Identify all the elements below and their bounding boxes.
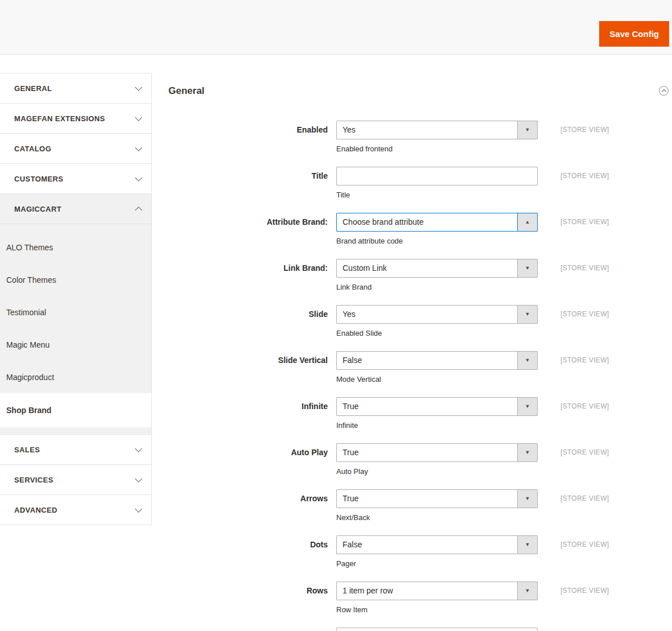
sidebar-section-label: SALES — [14, 446, 136, 454]
field-control-column — [336, 628, 538, 631]
sidebar-item-magic-menu[interactable]: Magic Menu — [0, 328, 151, 361]
field-note: Row Item — [336, 605, 538, 614]
select-rows[interactable]: 1 item per row▼ — [336, 581, 538, 600]
sidebar-section-label: MAGICCART — [14, 205, 136, 213]
field-control-column: Custom Link▼Link Brand — [336, 259, 538, 292]
select-infinite[interactable]: True▼ — [336, 397, 538, 416]
form-row-arrows: ArrowsTrue▼Next/Back[STORE VIEW] — [168, 489, 672, 522]
sidebar-item-label: Shop Brand — [6, 406, 51, 415]
select-value: True — [337, 490, 517, 508]
field-label: Rows — [168, 581, 328, 600]
sidebar-section-magiccart[interactable]: MAGICCART — [0, 194, 151, 224]
select-link-brand[interactable]: Custom Link▼ — [336, 259, 538, 278]
caret-down-icon: ▼ — [525, 496, 530, 501]
dropdown-arrow-button[interactable]: ▼ — [517, 444, 537, 461]
select-value: True — [337, 398, 517, 415]
sidebar-item-color-themes[interactable]: Color Themes — [0, 263, 151, 296]
sidebar-item-magicproduct[interactable]: Magicproduct — [0, 361, 151, 393]
field-label: Slide — [168, 305, 328, 324]
section-header: General — [168, 73, 672, 121]
scope-label: [STORE VIEW] — [560, 581, 609, 600]
select-slide-vertical[interactable]: False▼ — [336, 351, 538, 370]
config-page: Save Config GENERALMAGEFAN EXTENSIONSCAT… — [0, 0, 672, 631]
field-note: Brand attribute code — [336, 236, 538, 246]
scope-label: [STORE VIEW] — [560, 535, 609, 554]
chevron-down-icon — [135, 475, 142, 482]
select-enabled[interactable]: Yes▼ — [336, 121, 538, 139]
scope-label: [STORE VIEW] — [560, 351, 609, 370]
sidebar-item-label: Magicproduct — [6, 373, 54, 382]
field-label: Auto Play — [168, 443, 328, 462]
caret-down-icon: ▼ — [525, 542, 530, 547]
form-row-attribute-brand: Attribute Brand:Choose brand attribute▲B… — [168, 213, 672, 246]
save-config-button[interactable]: Save Config — [599, 21, 669, 47]
sidebar-section-catalog[interactable]: CATALOG — [0, 134, 151, 164]
sidebar-section-services[interactable]: SERVICES — [0, 465, 151, 495]
dropdown-arrow-button[interactable]: ▼ — [517, 536, 537, 554]
sidebar-item-label: ALO Themes — [6, 243, 53, 252]
select-slide[interactable]: Yes▼ — [336, 305, 538, 324]
scope-label: [STORE VIEW] — [560, 489, 609, 508]
select-value: False — [337, 352, 517, 369]
select-value: False — [337, 536, 517, 554]
dropdown-arrow-button[interactable]: ▼ — [517, 352, 537, 369]
form-row-auto-play: Auto PlayTrue▼Auto Play[STORE VIEW] — [168, 443, 672, 476]
field-label: Enabled — [168, 121, 328, 139]
sidebar-section-customers[interactable]: CUSTOMERS — [0, 164, 151, 194]
input-title — [336, 167, 538, 185]
text-field-title[interactable] — [337, 167, 537, 185]
dropdown-arrow-button[interactable]: ▼ — [517, 490, 537, 508]
form-row-link-brand: Link Brand:Custom Link▼Link Brand[STORE … — [168, 259, 672, 292]
chevron-down-icon — [135, 445, 142, 452]
field-control-column: Yes▼Enabled frontend — [336, 121, 538, 154]
sidebar-item-testimonial[interactable]: Testimonial — [0, 296, 151, 328]
main-panel: General EnabledYes▼Enabled frontend[STOR… — [168, 73, 672, 631]
dropdown-arrow-button[interactable]: ▲ — [517, 213, 537, 231]
dropdown-arrow-button[interactable]: ▼ — [517, 582, 537, 600]
field-label: Infinite — [168, 397, 328, 416]
scope-label: [STORE VIEW] — [560, 213, 609, 232]
chevron-down-icon — [135, 174, 142, 182]
sidebar-section-label: SERVICES — [14, 476, 136, 484]
select-value: Choose brand attribute — [337, 213, 517, 231]
text-field-partial-next[interactable] — [337, 628, 537, 631]
field-control-column: True▼Infinite — [336, 397, 538, 430]
sidebar-section-advanced[interactable]: ADVANCED — [0, 495, 151, 525]
sidebar-section-label: ADVANCED — [14, 506, 136, 514]
scope-label: [STORE VIEW] — [560, 259, 609, 278]
sidebar-section-general[interactable]: GENERAL — [0, 73, 151, 104]
form-row-infinite: InfiniteTrue▼Infinite[STORE VIEW] — [168, 397, 672, 430]
field-label: Arrows — [168, 489, 328, 508]
field-control-column: True▼Auto Play — [336, 443, 538, 476]
sidebar-section-sales[interactable]: SALES — [0, 435, 151, 465]
field-control-column: Yes▼Enabled Slide — [336, 305, 538, 338]
field-control-column: False▼Mode Vertical — [336, 351, 538, 384]
chevron-down-icon — [135, 144, 142, 151]
sidebar-section-magefan-extensions[interactable]: MAGEFAN EXTENSIONS — [0, 104, 151, 134]
select-value: Yes — [337, 306, 517, 323]
select-dots[interactable]: False▼ — [336, 535, 538, 554]
select-arrows[interactable]: True▼ — [336, 489, 538, 508]
caret-down-icon: ▼ — [525, 312, 530, 317]
caret-down-icon: ▼ — [525, 358, 530, 363]
form-row-enabled: EnabledYes▼Enabled frontend[STORE VIEW] — [168, 121, 672, 154]
chevron-up-icon — [135, 207, 142, 214]
dropdown-arrow-button[interactable]: ▼ — [517, 259, 537, 277]
select-auto-play[interactable]: True▼ — [336, 443, 538, 462]
dropdown-arrow-button[interactable]: ▼ — [517, 121, 537, 139]
chevron-up-icon — [661, 89, 666, 93]
chevron-down-icon — [135, 505, 142, 513]
sidebar-section-label: GENERAL — [14, 84, 136, 93]
caret-up-icon: ▲ — [525, 220, 530, 225]
config-nav-sidebar: GENERALMAGEFAN EXTENSIONSCATALOGCUSTOMER… — [0, 73, 152, 525]
sidebar-item-label: Testimonial — [6, 308, 46, 317]
sidebar-item-alo-themes[interactable]: ALO Themes — [0, 231, 151, 263]
dropdown-arrow-button[interactable]: ▼ — [517, 398, 537, 415]
field-label: Attribute Brand: — [168, 213, 328, 232]
collapse-section-button[interactable] — [659, 86, 669, 96]
sidebar-item-shop-brand[interactable]: Shop Brand — [0, 393, 151, 427]
dropdown-arrow-button[interactable]: ▼ — [517, 306, 537, 323]
sidebar-item-label: Magic Menu — [6, 340, 50, 349]
sidebar-section-label: CUSTOMERS — [14, 175, 136, 183]
select-attribute-brand[interactable]: Choose brand attribute▲ — [336, 213, 538, 232]
